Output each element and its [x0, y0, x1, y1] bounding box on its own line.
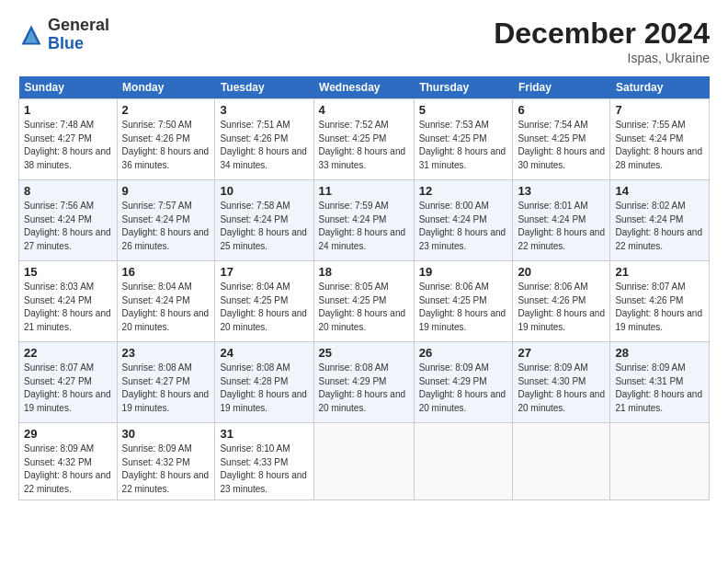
- day-info: Sunrise: 8:02 AMSunset: 4:24 PMDaylight:…: [615, 201, 702, 251]
- table-row: 24 Sunrise: 8:08 AMSunset: 4:28 PMDaylig…: [215, 342, 313, 423]
- day-info: Sunrise: 8:07 AMSunset: 4:27 PMDaylight:…: [24, 362, 111, 413]
- day-info: Sunrise: 7:54 AMSunset: 4:25 PMDaylight:…: [518, 120, 605, 170]
- table-row: 4 Sunrise: 7:52 AMSunset: 4:25 PMDayligh…: [313, 99, 414, 180]
- calendar-table: Sunday Monday Tuesday Wednesday Thursday…: [18, 76, 710, 500]
- table-row: 11 Sunrise: 7:59 AMSunset: 4:24 PMDaylig…: [313, 180, 414, 261]
- day-number: 28: [615, 346, 704, 360]
- day-info: Sunrise: 8:06 AMSunset: 4:25 PMDaylight:…: [419, 282, 506, 332]
- table-row: [610, 423, 710, 500]
- day-info: Sunrise: 8:06 AMSunset: 4:26 PMDaylight:…: [518, 282, 605, 332]
- header: General Blue December 2024 Ispas, Ukrain…: [18, 17, 710, 65]
- table-row: 16 Sunrise: 8:04 AMSunset: 4:24 PMDaylig…: [117, 261, 215, 342]
- day-info: Sunrise: 7:57 AMSunset: 4:24 PMDaylight:…: [122, 201, 210, 251]
- day-number: 27: [518, 346, 605, 360]
- logo-general-text: General: [48, 17, 109, 35]
- day-number: 5: [419, 103, 508, 117]
- table-row: 19 Sunrise: 8:06 AMSunset: 4:25 PMDaylig…: [414, 261, 513, 342]
- table-row: 15 Sunrise: 8:03 AMSunset: 4:24 PMDaylig…: [19, 261, 118, 342]
- table-row: 2 Sunrise: 7:50 AMSunset: 4:26 PMDayligh…: [117, 99, 215, 180]
- day-info: Sunrise: 8:08 AMSunset: 4:28 PMDaylight:…: [220, 362, 307, 413]
- table-row: 5 Sunrise: 7:53 AMSunset: 4:25 PMDayligh…: [414, 99, 513, 180]
- day-info: Sunrise: 8:08 AMSunset: 4:29 PMDaylight:…: [319, 362, 406, 413]
- day-number: 2: [122, 103, 210, 117]
- table-row: 3 Sunrise: 7:51 AMSunset: 4:26 PMDayligh…: [215, 99, 313, 180]
- day-info: Sunrise: 8:08 AMSunset: 4:27 PMDaylight:…: [122, 362, 210, 413]
- day-info: Sunrise: 7:50 AMSunset: 4:26 PMDaylight:…: [122, 120, 210, 170]
- table-row: 25 Sunrise: 8:08 AMSunset: 4:29 PMDaylig…: [313, 342, 414, 423]
- day-number: 9: [122, 184, 210, 198]
- day-number: 20: [518, 265, 605, 279]
- day-number: 10: [220, 184, 308, 198]
- table-row: 30 Sunrise: 8:09 AMSunset: 4:32 PMDaylig…: [117, 423, 215, 500]
- col-saturday: Saturday: [610, 76, 710, 99]
- day-number: 19: [419, 265, 508, 279]
- calendar-week-row: 22 Sunrise: 8:07 AMSunset: 4:27 PMDaylig…: [19, 342, 710, 423]
- col-friday: Friday: [513, 76, 610, 99]
- table-row: 22 Sunrise: 8:07 AMSunset: 4:27 PMDaylig…: [19, 342, 118, 423]
- table-row: 21 Sunrise: 8:07 AMSunset: 4:26 PMDaylig…: [610, 261, 710, 342]
- table-row: 20 Sunrise: 8:06 AMSunset: 4:26 PMDaylig…: [513, 261, 610, 342]
- day-info: Sunrise: 7:59 AMSunset: 4:24 PMDaylight:…: [319, 201, 406, 251]
- table-row: [414, 423, 513, 500]
- day-number: 26: [419, 346, 508, 360]
- table-row: 26 Sunrise: 8:09 AMSunset: 4:29 PMDaylig…: [414, 342, 513, 423]
- location: Ispas, Ukraine: [494, 51, 710, 65]
- day-info: Sunrise: 7:48 AMSunset: 4:27 PMDaylight:…: [24, 120, 111, 170]
- day-info: Sunrise: 7:58 AMSunset: 4:24 PMDaylight:…: [220, 201, 307, 251]
- table-row: 12 Sunrise: 8:00 AMSunset: 4:24 PMDaylig…: [414, 180, 513, 261]
- calendar-week-row: 8 Sunrise: 7:56 AMSunset: 4:24 PMDayligh…: [19, 180, 710, 261]
- day-number: 29: [24, 427, 112, 441]
- day-info: Sunrise: 7:56 AMSunset: 4:24 PMDaylight:…: [24, 201, 111, 251]
- table-row: 28 Sunrise: 8:09 AMSunset: 4:31 PMDaylig…: [610, 342, 710, 423]
- table-row: 17 Sunrise: 8:04 AMSunset: 4:25 PMDaylig…: [215, 261, 313, 342]
- day-info: Sunrise: 8:07 AMSunset: 4:26 PMDaylight:…: [615, 282, 702, 332]
- day-info: Sunrise: 8:05 AMSunset: 4:25 PMDaylight:…: [319, 282, 406, 332]
- logo-text: General Blue: [48, 17, 109, 53]
- calendar-header-row: Sunday Monday Tuesday Wednesday Thursday…: [19, 76, 710, 99]
- day-number: 21: [615, 265, 704, 279]
- table-row: 10 Sunrise: 7:58 AMSunset: 4:24 PMDaylig…: [215, 180, 313, 261]
- day-number: 7: [615, 103, 704, 117]
- table-row: 13 Sunrise: 8:01 AMSunset: 4:24 PMDaylig…: [513, 180, 610, 261]
- day-info: Sunrise: 8:09 AMSunset: 4:32 PMDaylight:…: [122, 443, 210, 494]
- col-sunday: Sunday: [19, 76, 118, 99]
- logo-icon: [18, 22, 44, 48]
- day-number: 1: [24, 103, 112, 117]
- day-number: 14: [615, 184, 704, 198]
- day-number: 12: [419, 184, 508, 198]
- day-number: 30: [122, 427, 210, 441]
- day-info: Sunrise: 8:10 AMSunset: 4:33 PMDaylight:…: [220, 443, 307, 494]
- day-info: Sunrise: 8:00 AMSunset: 4:24 PMDaylight:…: [419, 201, 506, 251]
- day-info: Sunrise: 7:51 AMSunset: 4:26 PMDaylight:…: [220, 120, 307, 170]
- day-info: Sunrise: 8:09 AMSunset: 4:30 PMDaylight:…: [518, 362, 605, 413]
- table-row: 6 Sunrise: 7:54 AMSunset: 4:25 PMDayligh…: [513, 99, 610, 180]
- table-row: [513, 423, 610, 500]
- table-row: 29 Sunrise: 8:09 AMSunset: 4:32 PMDaylig…: [19, 423, 118, 500]
- month-title: December 2024: [494, 17, 710, 51]
- day-info: Sunrise: 8:09 AMSunset: 4:31 PMDaylight:…: [615, 362, 702, 413]
- logo: General Blue: [18, 17, 109, 53]
- day-number: 22: [24, 346, 112, 360]
- table-row: 8 Sunrise: 7:56 AMSunset: 4:24 PMDayligh…: [19, 180, 118, 261]
- day-number: 3: [220, 103, 308, 117]
- logo-blue-text: Blue: [48, 35, 109, 53]
- day-info: Sunrise: 8:01 AMSunset: 4:24 PMDaylight:…: [518, 201, 605, 251]
- calendar-week-row: 1 Sunrise: 7:48 AMSunset: 4:27 PMDayligh…: [19, 99, 710, 180]
- title-block: December 2024 Ispas, Ukraine: [494, 17, 710, 65]
- col-tuesday: Tuesday: [215, 76, 313, 99]
- table-row: 18 Sunrise: 8:05 AMSunset: 4:25 PMDaylig…: [313, 261, 414, 342]
- col-monday: Monday: [117, 76, 215, 99]
- table-row: 27 Sunrise: 8:09 AMSunset: 4:30 PMDaylig…: [513, 342, 610, 423]
- day-info: Sunrise: 7:55 AMSunset: 4:24 PMDaylight:…: [615, 120, 702, 170]
- day-number: 4: [319, 103, 409, 117]
- table-row: 7 Sunrise: 7:55 AMSunset: 4:24 PMDayligh…: [610, 99, 710, 180]
- day-number: 8: [24, 184, 112, 198]
- table-row: 23 Sunrise: 8:08 AMSunset: 4:27 PMDaylig…: [117, 342, 215, 423]
- calendar-week-row: 15 Sunrise: 8:03 AMSunset: 4:24 PMDaylig…: [19, 261, 710, 342]
- day-number: 24: [220, 346, 308, 360]
- day-info: Sunrise: 8:04 AMSunset: 4:25 PMDaylight:…: [220, 282, 307, 332]
- day-info: Sunrise: 7:52 AMSunset: 4:25 PMDaylight:…: [319, 120, 406, 170]
- day-number: 18: [319, 265, 409, 279]
- table-row: [313, 423, 414, 500]
- day-number: 23: [122, 346, 210, 360]
